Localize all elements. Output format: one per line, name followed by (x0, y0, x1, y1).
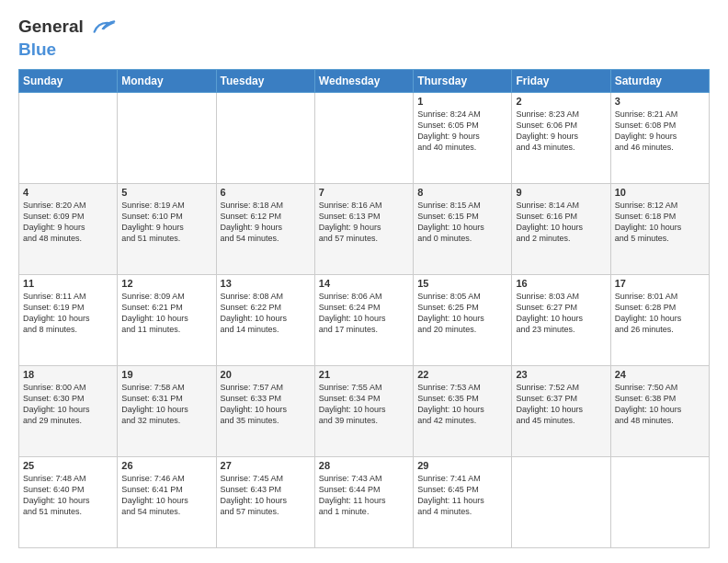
day-info: Sunrise: 8:09 AM Sunset: 6:21 PM Dayligh… (121, 291, 211, 336)
day-cell (512, 456, 610, 547)
day-cell: 25Sunrise: 7:48 AM Sunset: 6:40 PM Dayli… (19, 456, 118, 547)
day-info: Sunrise: 8:24 AM Sunset: 6:05 PM Dayligh… (417, 109, 507, 154)
day-cell (118, 92, 216, 183)
day-info: Sunrise: 7:50 AM Sunset: 6:38 PM Dayligh… (615, 382, 705, 427)
day-number: 25 (23, 460, 113, 471)
day-cell: 17Sunrise: 8:01 AM Sunset: 6:28 PM Dayli… (610, 274, 709, 365)
day-info: Sunrise: 7:43 AM Sunset: 6:44 PM Dayligh… (319, 473, 409, 518)
day-info: Sunrise: 8:20 AM Sunset: 6:09 PM Dayligh… (23, 200, 113, 245)
day-number: 27 (221, 460, 311, 471)
header: General Blue (18, 15, 710, 60)
day-cell (19, 92, 118, 183)
day-info: Sunrise: 8:11 AM Sunset: 6:19 PM Dayligh… (23, 291, 113, 336)
week-row-1: 1Sunrise: 8:24 AM Sunset: 6:05 PM Daylig… (19, 92, 710, 183)
day-cell: 3Sunrise: 8:21 AM Sunset: 6:08 PM Daylig… (610, 92, 709, 183)
day-cell (216, 92, 314, 183)
logo-text-general: General (18, 17, 84, 36)
day-number: 2 (516, 96, 606, 107)
day-info: Sunrise: 8:23 AM Sunset: 6:06 PM Dayligh… (516, 109, 606, 154)
day-cell: 27Sunrise: 7:45 AM Sunset: 6:43 PM Dayli… (216, 456, 314, 547)
day-info: Sunrise: 8:06 AM Sunset: 6:24 PM Dayligh… (319, 291, 409, 336)
day-info: Sunrise: 7:57 AM Sunset: 6:33 PM Dayligh… (221, 382, 311, 427)
week-row-5: 25Sunrise: 7:48 AM Sunset: 6:40 PM Dayli… (19, 456, 710, 547)
week-row-3: 11Sunrise: 8:11 AM Sunset: 6:19 PM Dayli… (19, 274, 710, 365)
day-cell: 13Sunrise: 8:08 AM Sunset: 6:22 PM Dayli… (216, 274, 314, 365)
day-info: Sunrise: 8:00 AM Sunset: 6:30 PM Dayligh… (23, 382, 113, 427)
day-info: Sunrise: 8:03 AM Sunset: 6:27 PM Dayligh… (516, 291, 606, 336)
days-header-row: Sunday Monday Tuesday Wednesday Thursday… (19, 69, 710, 92)
day-info: Sunrise: 7:41 AM Sunset: 6:45 PM Dayligh… (417, 473, 507, 518)
page: General Blue Sunday Monday Tuesday Wedne… (0, 0, 728, 563)
day-cell: 4Sunrise: 8:20 AM Sunset: 6:09 PM Daylig… (19, 183, 118, 274)
logo-text-blue: Blue (18, 40, 116, 60)
day-cell: 12Sunrise: 8:09 AM Sunset: 6:21 PM Dayli… (118, 274, 216, 365)
day-number: 13 (221, 278, 311, 289)
day-number: 23 (516, 369, 606, 380)
day-number: 20 (221, 369, 311, 380)
day-number: 24 (615, 369, 705, 380)
day-cell: 14Sunrise: 8:06 AM Sunset: 6:24 PM Dayli… (314, 274, 413, 365)
day-cell: 15Sunrise: 8:05 AM Sunset: 6:25 PM Dayli… (414, 274, 512, 365)
day-number: 3 (615, 96, 705, 107)
day-cell: 29Sunrise: 7:41 AM Sunset: 6:45 PM Dayli… (414, 456, 512, 547)
day-info: Sunrise: 7:48 AM Sunset: 6:40 PM Dayligh… (23, 473, 113, 518)
day-cell: 5Sunrise: 8:19 AM Sunset: 6:10 PM Daylig… (118, 183, 216, 274)
day-number: 9 (516, 187, 606, 198)
day-cell: 7Sunrise: 8:16 AM Sunset: 6:13 PM Daylig… (314, 183, 413, 274)
day-info: Sunrise: 8:18 AM Sunset: 6:12 PM Dayligh… (221, 200, 311, 245)
day-number: 18 (23, 369, 113, 380)
week-row-2: 4Sunrise: 8:20 AM Sunset: 6:09 PM Daylig… (19, 183, 710, 274)
day-cell: 8Sunrise: 8:15 AM Sunset: 6:15 PM Daylig… (414, 183, 512, 274)
logo: General Blue (18, 15, 116, 60)
day-number: 28 (319, 460, 409, 471)
day-number: 17 (615, 278, 705, 289)
day-info: Sunrise: 8:21 AM Sunset: 6:08 PM Dayligh… (615, 109, 705, 154)
day-number: 19 (121, 369, 211, 380)
day-cell: 24Sunrise: 7:50 AM Sunset: 6:38 PM Dayli… (610, 365, 709, 456)
day-info: Sunrise: 7:52 AM Sunset: 6:37 PM Dayligh… (516, 382, 606, 427)
day-number: 8 (417, 187, 507, 198)
day-number: 6 (221, 187, 311, 198)
day-number: 21 (319, 369, 409, 380)
day-info: Sunrise: 8:16 AM Sunset: 6:13 PM Dayligh… (319, 200, 409, 245)
day-number: 22 (417, 369, 507, 380)
day-number: 14 (319, 278, 409, 289)
day-cell: 22Sunrise: 7:53 AM Sunset: 6:35 PM Dayli… (414, 365, 512, 456)
day-cell (314, 92, 413, 183)
day-number: 5 (121, 187, 211, 198)
day-info: Sunrise: 8:14 AM Sunset: 6:16 PM Dayligh… (516, 200, 606, 245)
day-cell: 1Sunrise: 8:24 AM Sunset: 6:05 PM Daylig… (414, 92, 512, 183)
header-saturday: Saturday (610, 69, 709, 92)
day-cell: 21Sunrise: 7:55 AM Sunset: 6:34 PM Dayli… (314, 365, 413, 456)
day-cell (610, 456, 709, 547)
header-sunday: Sunday (19, 69, 118, 92)
day-info: Sunrise: 8:01 AM Sunset: 6:28 PM Dayligh… (615, 291, 705, 336)
day-info: Sunrise: 7:46 AM Sunset: 6:41 PM Dayligh… (121, 473, 211, 518)
day-info: Sunrise: 7:55 AM Sunset: 6:34 PM Dayligh… (319, 382, 409, 427)
day-cell: 26Sunrise: 7:46 AM Sunset: 6:41 PM Dayli… (118, 456, 216, 547)
header-friday: Friday (512, 69, 610, 92)
day-cell: 16Sunrise: 8:03 AM Sunset: 6:27 PM Dayli… (512, 274, 610, 365)
day-info: Sunrise: 8:05 AM Sunset: 6:25 PM Dayligh… (417, 291, 507, 336)
day-cell: 9Sunrise: 8:14 AM Sunset: 6:16 PM Daylig… (512, 183, 610, 274)
day-info: Sunrise: 7:53 AM Sunset: 6:35 PM Dayligh… (417, 382, 507, 427)
day-cell: 18Sunrise: 8:00 AM Sunset: 6:30 PM Dayli… (19, 365, 118, 456)
calendar-table: Sunday Monday Tuesday Wednesday Thursday… (18, 69, 710, 548)
day-number: 1 (417, 96, 507, 107)
day-info: Sunrise: 8:15 AM Sunset: 6:15 PM Dayligh… (417, 200, 507, 245)
day-cell: 19Sunrise: 7:58 AM Sunset: 6:31 PM Dayli… (118, 365, 216, 456)
day-number: 29 (417, 460, 507, 471)
day-info: Sunrise: 8:08 AM Sunset: 6:22 PM Dayligh… (221, 291, 311, 336)
day-number: 7 (319, 187, 409, 198)
header-thursday: Thursday (414, 69, 512, 92)
day-number: 11 (23, 278, 113, 289)
day-info: Sunrise: 7:58 AM Sunset: 6:31 PM Dayligh… (121, 382, 211, 427)
day-cell: 10Sunrise: 8:12 AM Sunset: 6:18 PM Dayli… (610, 183, 709, 274)
day-number: 26 (121, 460, 211, 471)
day-cell: 6Sunrise: 8:18 AM Sunset: 6:12 PM Daylig… (216, 183, 314, 274)
logo-bird-icon (90, 15, 116, 40)
day-number: 12 (121, 278, 211, 289)
day-number: 16 (516, 278, 606, 289)
week-row-4: 18Sunrise: 8:00 AM Sunset: 6:30 PM Dayli… (19, 365, 710, 456)
day-number: 10 (615, 187, 705, 198)
